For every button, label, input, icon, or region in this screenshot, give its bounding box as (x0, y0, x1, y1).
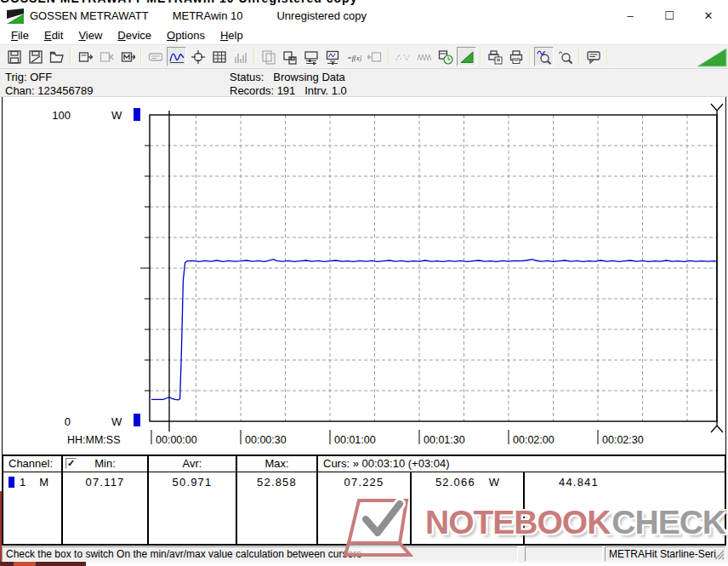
cursor-2-bottom-handle[interactable] (711, 421, 723, 432)
save-as-icon (28, 49, 43, 65)
unit-label: W (489, 476, 499, 489)
title-brand: GOSSEN METRAWATT (30, 9, 149, 22)
device-disconnect-icon (99, 49, 114, 65)
title-bar: GOSSEN METRAWATT METRAwin 10 Unregistere… (0, 5, 728, 26)
y-axis-min-label: 0 (45, 415, 71, 428)
toolbar-separator (529, 48, 531, 66)
read-device-button (365, 47, 384, 66)
chart-view-icon (169, 49, 185, 65)
annotation-icon (586, 49, 601, 65)
print-preview-button[interactable] (485, 47, 504, 66)
toolbar-separator (140, 48, 142, 66)
start-recording-icon (459, 49, 475, 65)
channel-color-marker (9, 477, 14, 488)
device-connect-button[interactable] (75, 47, 94, 66)
store-to-file-button[interactable] (280, 47, 299, 66)
x-tick-label: 00:02:00 (513, 434, 555, 446)
menu-view[interactable]: View (71, 27, 110, 43)
channel-list: Chan: 123456789 (5, 84, 93, 97)
cell-cursor2-value: 52.066W (412, 472, 525, 544)
chart-view-button[interactable] (167, 47, 186, 66)
start-recording-button[interactable] (457, 47, 476, 66)
toolbar-separator (388, 48, 390, 66)
toolbar-separator (253, 48, 255, 66)
cell-cursor-diff: 44.841 (525, 472, 725, 544)
cursor-tools-icon (191, 49, 206, 65)
header-max: Max: (237, 456, 318, 472)
time-export-button[interactable] (435, 47, 455, 66)
cell-avr: 50.971 (149, 472, 237, 544)
cell-min: 07.117 (63, 472, 149, 544)
x-tick-label: 00:01:30 (424, 434, 465, 446)
header-channel: Channel: (3, 456, 63, 472)
artifact-red-edge (0, 491, 2, 566)
zoom-curve-button[interactable] (534, 47, 554, 66)
maximize-button[interactable]: ☐ (650, 5, 689, 26)
cell-channel[interactable]: 1 M (3, 472, 63, 544)
title-app: METRAwin 10 (173, 9, 243, 22)
online-monitor-icon (325, 49, 340, 65)
save-data-button[interactable] (4, 47, 24, 66)
menu-edit[interactable]: Edit (37, 27, 71, 43)
cropped-text-artifact: GOSSEN METRAWATT METRAwin 10 Unregistere… (0, 0, 728, 5)
minimize-button[interactable]: – (611, 5, 650, 26)
cell-max: 52.858 (237, 472, 318, 544)
bar-graph-view-button (230, 47, 250, 66)
data-table-view-button[interactable] (209, 47, 229, 66)
close-button[interactable]: ✕ (689, 5, 728, 26)
x-tick-label: 00:02:30 (602, 434, 644, 446)
y-axis-unit-top: W (111, 109, 122, 122)
wave-coarse-icon (395, 49, 411, 65)
status-text: Status: Browsing Data (230, 71, 345, 83)
channel-marker-top[interactable] (134, 108, 140, 121)
app-window: GOSSEN METRAWATT METRAwin 10 Unregistere… (0, 0, 728, 566)
print-preview-icon (487, 49, 503, 65)
x-tick-label: 00:01:00 (334, 434, 376, 446)
menu-help[interactable]: Help (213, 27, 251, 43)
toolbar-separator (70, 48, 71, 66)
resize-grip[interactable] (713, 548, 725, 560)
multimeter-display-icon (148, 49, 163, 65)
read-device-icon (367, 49, 383, 65)
cursor-2-top-handle[interactable] (711, 104, 723, 115)
wave-coarse-button (393, 47, 412, 66)
print-button[interactable] (506, 47, 526, 66)
header-avr: Avr: (149, 456, 237, 472)
device-memory-button[interactable] (117, 47, 137, 66)
records-text: Records: 191 Intrv. 1.0 (230, 84, 347, 97)
menu-file[interactable]: File (3, 27, 37, 43)
online-monitor-button[interactable] (322, 47, 342, 66)
device-disconnect-button (96, 47, 116, 66)
toolbar-corner-green-triangle (697, 48, 727, 67)
print-icon (509, 49, 524, 65)
bar-graph-view-icon (233, 49, 248, 65)
menu-options[interactable]: Options (159, 27, 213, 43)
store-to-file-icon (282, 49, 298, 65)
zoom-tool-button[interactable] (555, 47, 575, 66)
menu-device[interactable]: Device (110, 27, 159, 43)
annotation-button[interactable] (583, 47, 603, 66)
zoom-tool-icon (558, 49, 573, 65)
trigger-status: Trig: OFF (5, 71, 52, 83)
open-file-button[interactable] (47, 47, 66, 66)
save-as-button[interactable] (26, 47, 45, 66)
wave-fine-icon (417, 49, 432, 65)
channel-marker-bottom[interactable] (134, 414, 140, 426)
cursor-tools-button[interactable] (188, 47, 208, 66)
device-memory-icon (120, 49, 135, 65)
x-tick-label: 00:00:30 (245, 434, 287, 446)
formula-button[interactable]: =f(x) (344, 47, 363, 66)
channel-mode: M (39, 476, 48, 489)
open-file-icon (49, 49, 65, 65)
save-data-icon (7, 49, 22, 65)
toolbar-separator (578, 48, 580, 66)
transfer-settings-button[interactable] (301, 47, 321, 66)
power-chart[interactable] (3, 97, 727, 455)
cell-cursor1-value: 07.225 (318, 472, 412, 544)
time-axis-format-label: HH:MM:SS (67, 434, 121, 446)
svg-text:=f(x): =f(x) (347, 54, 361, 62)
status-message-panel: Check the box to switch On the min/avr/m… (2, 546, 518, 562)
status-bar: Check the box to switch On the min/avr/m… (0, 546, 728, 563)
device-name-panel: METRAHit Starline-Seri (605, 546, 726, 562)
minmax-checkbox[interactable]: ✓ (65, 458, 77, 469)
